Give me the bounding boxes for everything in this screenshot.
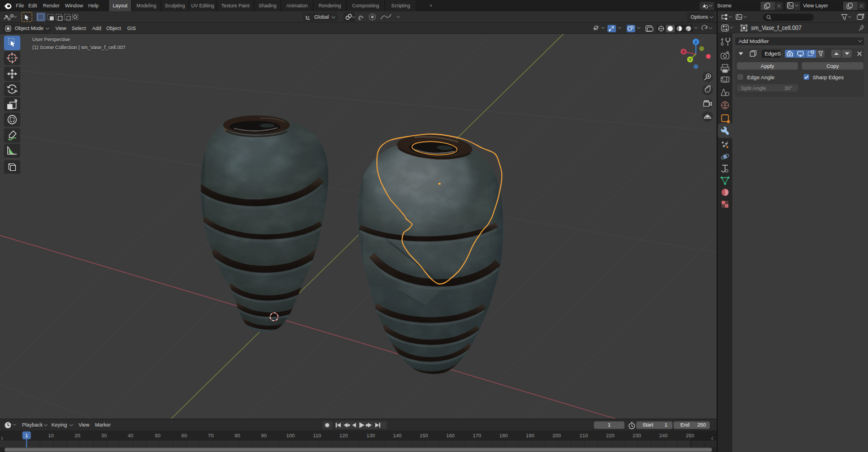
svg-text:100: 100 <box>286 433 294 438</box>
svg-text:230: 230 <box>632 433 641 438</box>
svg-text:220: 220 <box>606 433 614 438</box>
svg-text:180: 180 <box>499 433 507 438</box>
svg-text:190: 190 <box>526 433 534 438</box>
svg-text:160: 160 <box>446 433 454 438</box>
svg-text:50: 50 <box>155 433 160 438</box>
svg-text:200: 200 <box>552 433 561 438</box>
svg-text:Z: Z <box>695 40 697 45</box>
svg-text:70: 70 <box>208 433 214 438</box>
svg-text:Y: Y <box>688 57 692 62</box>
svg-text:170: 170 <box>472 433 481 438</box>
svg-text:240: 240 <box>659 433 667 438</box>
svg-text:40: 40 <box>128 433 133 438</box>
svg-text:X: X <box>682 49 685 54</box>
svg-text:130: 130 <box>366 433 375 438</box>
svg-text:210: 210 <box>579 433 588 438</box>
svg-text:20: 20 <box>75 433 80 438</box>
svg-text:250: 250 <box>685 433 694 438</box>
svg-text:1: 1 <box>25 433 28 438</box>
svg-text:60: 60 <box>181 433 187 438</box>
svg-text:10: 10 <box>48 433 54 438</box>
svg-text:80: 80 <box>235 433 240 438</box>
svg-text:120: 120 <box>339 433 348 438</box>
svg-text:140: 140 <box>393 433 401 438</box>
svg-text:110: 110 <box>313 433 321 438</box>
svg-text:30: 30 <box>101 433 107 438</box>
svg-text:150: 150 <box>419 433 428 438</box>
svg-text:90: 90 <box>261 433 267 438</box>
